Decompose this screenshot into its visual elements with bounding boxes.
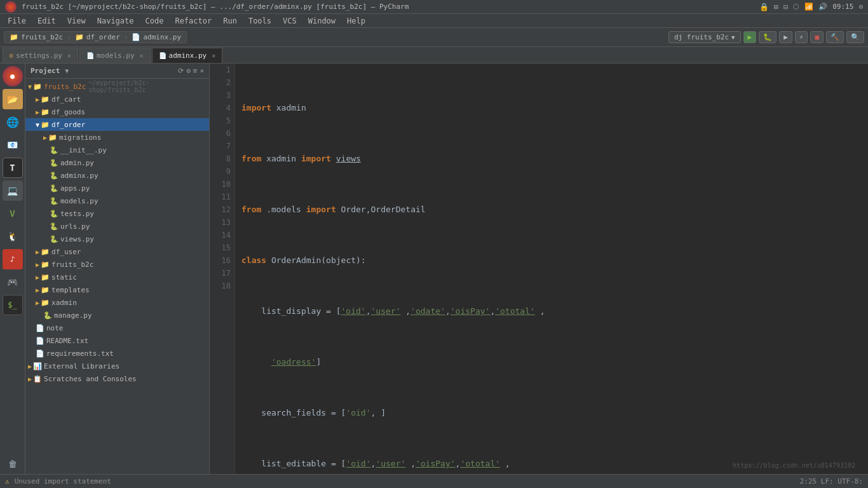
tree-item-root[interactable]: ▼ 📁 fruits_b2c ~/myproject/b2c-shop/frui… bbox=[25, 80, 209, 93]
tree-item-admin[interactable]: 🐍 admin.py bbox=[25, 156, 209, 169]
stop-button[interactable]: ■ bbox=[810, 31, 824, 43]
profile-button[interactable]: ⚡ bbox=[795, 31, 808, 43]
line-numbers: 1 2 3 4 5 6 7 8 9 10 11 12 13 14 15 16 1… bbox=[210, 64, 235, 474]
tab-models[interactable]: 📄 models.py ✕ bbox=[79, 48, 151, 63]
tree-item-urls[interactable]: 🐍 urls.py bbox=[25, 220, 209, 233]
tree-item-adminx[interactable]: 🐍 adminx.py bbox=[25, 169, 209, 182]
menu-item-edit[interactable]: Edit bbox=[32, 15, 61, 27]
code-content[interactable]: import xadmin from xadmin import views f… bbox=[235, 64, 868, 474]
project-gear-icon[interactable]: ⚙ bbox=[186, 67, 191, 75]
tab-close-settings[interactable]: ✕ bbox=[67, 52, 71, 59]
email-button[interactable]: 📧 bbox=[3, 135, 23, 155]
tree-item-init[interactable]: 🐍 __init__.py bbox=[25, 144, 209, 156]
breadcrumb[interactable]: 📁 fruits_b2c › 📁 df_order › 📄 adminx.py bbox=[4, 31, 187, 43]
tree-label-root: fruits_b2c bbox=[44, 83, 86, 91]
code-line-2: from xadmin import views bbox=[241, 152, 868, 165]
code-area[interactable]: 1 2 3 4 5 6 7 8 9 10 11 12 13 14 15 16 1… bbox=[210, 64, 868, 474]
search-everywhere-button[interactable]: 🔍 bbox=[846, 31, 864, 43]
line-num-17: 17 bbox=[210, 267, 231, 280]
tree-label-df-goods: df_goods bbox=[51, 108, 85, 116]
ubuntu-button[interactable]: ● bbox=[3, 66, 23, 86]
project-sync-icon[interactable]: ⟳ bbox=[178, 67, 184, 75]
bluetooth-icon: ⬡ bbox=[793, 3, 799, 11]
menu-item-help[interactable]: Help bbox=[342, 15, 370, 27]
tree-folder-icon-fruits-b2c: 📁 bbox=[41, 261, 50, 269]
menu-item-refactor[interactable]: Refactor bbox=[170, 15, 217, 27]
main-content: ● 📂 🌐 📧 T 💻 V 🐧 ♪ 🎮 $_ bbox=[0, 64, 868, 474]
tab-close-models[interactable]: ✕ bbox=[140, 52, 144, 59]
coverage-button[interactable]: ▶ bbox=[779, 31, 792, 43]
code-line-3: from .models import Order,OrderDetail bbox=[241, 203, 868, 216]
menu-item-navigate[interactable]: Navigate bbox=[92, 15, 139, 27]
project-collapse-icon[interactable]: × bbox=[200, 67, 204, 75]
browser-button[interactable]: 🌐 bbox=[3, 112, 23, 132]
tree-item-static[interactable]: ▶ 📁 static bbox=[25, 271, 209, 283]
tree-item-apps[interactable]: 🐍 apps.py bbox=[25, 182, 209, 194]
menu-item-vcs[interactable]: VCS bbox=[278, 15, 302, 27]
files-button[interactable]: 📂 bbox=[3, 89, 23, 109]
tree-item-df-order[interactable]: ▼ 📁 df_order bbox=[25, 118, 209, 131]
ubuntu-logo[interactable] bbox=[5, 1, 17, 13]
menu-item-run[interactable]: Run bbox=[218, 15, 242, 27]
line-num-2: 2 bbox=[210, 76, 231, 89]
tree-item-views[interactable]: 🐍 views.py bbox=[25, 233, 209, 245]
run-button[interactable]: ▶ bbox=[743, 31, 757, 43]
menu-item-tools[interactable]: Tools bbox=[243, 15, 276, 27]
music-button[interactable]: ♪ bbox=[3, 249, 23, 269]
line-num-18: 18 bbox=[210, 280, 231, 292]
tree-folder-icon-root: 📁 bbox=[33, 83, 42, 91]
tree-item-df-cart[interactable]: ▶ 📁 df_cart bbox=[25, 93, 209, 105]
tree-item-fruits-b2c[interactable]: ▶ 📁 fruits_b2c bbox=[25, 258, 209, 271]
code-line-6: 'oadress'] bbox=[241, 356, 868, 369]
menu-item-view[interactable]: View bbox=[62, 15, 91, 27]
tree-label-readme: README.txt bbox=[46, 337, 88, 345]
dropdown-arrow: ▼ bbox=[731, 34, 735, 41]
tree-item-readme[interactable]: 📄 README.txt bbox=[25, 334, 209, 347]
trash-button[interactable]: 🗑 bbox=[3, 454, 23, 474]
tree-item-models[interactable]: 🐍 models.py bbox=[25, 194, 209, 207]
menu-item-file[interactable]: File bbox=[3, 15, 31, 27]
tree-item-templates[interactable]: ▶ 📁 templates bbox=[25, 283, 209, 296]
project-tree: ▼ 📁 fruits_b2c ~/myproject/b2c-shop/frui… bbox=[25, 79, 209, 474]
menu-item-window[interactable]: Window bbox=[303, 15, 341, 27]
tree-label-views: views.py bbox=[60, 235, 94, 243]
debug-button[interactable]: 🐛 bbox=[759, 31, 776, 43]
tree-item-external-libs[interactable]: ▶ 📊 External Libraries bbox=[25, 360, 209, 372]
tree-item-note[interactable]: 📄 note bbox=[25, 322, 209, 334]
settings-icon[interactable]: ⚙ bbox=[858, 3, 863, 11]
terminal-button[interactable]: $_ bbox=[3, 295, 23, 315]
pycharm-button[interactable]: 💻 bbox=[3, 180, 23, 201]
tree-item-xadmin[interactable]: ▶ 📁 xadmin bbox=[25, 296, 209, 309]
tree-folder-icon-df-cart: 📁 bbox=[41, 95, 50, 104]
tree-arrow-root: ▼ bbox=[28, 83, 32, 90]
tree-item-scratches[interactable]: ▶ 📋 Scratches and Consoles bbox=[25, 372, 209, 385]
tree-arrow-migrations: ▶ bbox=[43, 134, 47, 141]
tree-item-df-goods[interactable]: ▶ 📁 df_goods bbox=[25, 105, 209, 118]
tree-item-requirements[interactable]: 📄 requirements.txt bbox=[25, 347, 209, 360]
line-num-11: 11 bbox=[210, 191, 231, 203]
code-line-4: class OrderAdmin(object): bbox=[241, 254, 868, 267]
tab-adminx[interactable]: 📄 adminx.py ✕ bbox=[152, 48, 223, 63]
tree-item-migrations[interactable]: ▶ 📁 migrations bbox=[25, 131, 209, 144]
tree-item-tests[interactable]: 🐍 tests.py bbox=[25, 207, 209, 220]
tab-settings[interactable]: ⚙ settings.py ✕ bbox=[3, 48, 78, 63]
tree-item-df-user[interactable]: ▶ 📁 df_user bbox=[25, 245, 209, 258]
project-selector[interactable]: dj fruits_b2c ▼ bbox=[668, 31, 741, 43]
tree-label-root-path: ~/myproject/b2c-shop/fruits_b2c bbox=[88, 79, 207, 93]
menu-item-code[interactable]: Code bbox=[140, 15, 169, 27]
tree-folder-icon-xadmin: 📁 bbox=[41, 299, 50, 307]
text-editor-button[interactable]: T bbox=[3, 158, 23, 178]
terminal-app-button[interactable]: 🐧 bbox=[3, 226, 23, 247]
steam-button[interactable]: 🎮 bbox=[3, 272, 23, 292]
code-editor[interactable]: 1 2 3 4 5 6 7 8 9 10 11 12 13 14 15 16 1… bbox=[210, 64, 868, 474]
sys-icon-2: ⊞ bbox=[774, 3, 778, 11]
network-icon: 📶 bbox=[804, 3, 813, 11]
tree-folder-icon-migrations: 📁 bbox=[48, 133, 57, 142]
build-button[interactable]: 🔨 bbox=[826, 31, 844, 43]
tree-item-manage[interactable]: 🐍 manage.py bbox=[25, 309, 209, 322]
tree-label-df-user: df_user bbox=[51, 248, 81, 256]
tab-close-adminx[interactable]: ✕ bbox=[212, 52, 215, 59]
line-num-1: 1 bbox=[210, 64, 231, 76]
vcs-button[interactable]: V bbox=[3, 203, 23, 224]
project-settings-icon[interactable]: ≡ bbox=[193, 67, 198, 75]
